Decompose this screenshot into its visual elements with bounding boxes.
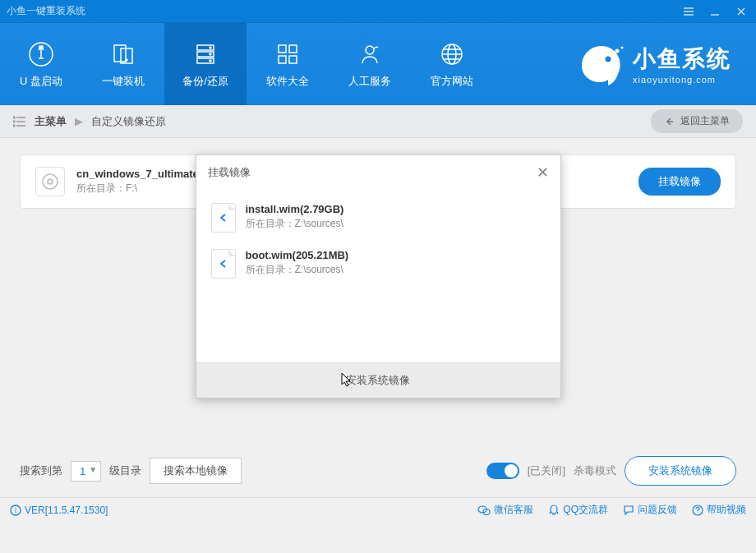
logo-main-text: 小鱼系统: [633, 44, 731, 75]
back-arrow-icon: [664, 116, 675, 127]
info-icon: i: [10, 505, 21, 516]
wim-file-icon: [211, 249, 236, 279]
svg-point-7: [210, 47, 211, 48]
wim-title: install.wim(2.79GB): [246, 203, 344, 215]
nav-usb-boot[interactable]: U 盘启动: [0, 23, 82, 105]
breadcrumb-current: 自定义镜像还原: [91, 114, 166, 129]
svg-point-20: [13, 117, 15, 118]
svg-text:i: i: [15, 506, 16, 514]
svg-point-3: [126, 59, 127, 61]
wim-file-icon: [211, 203, 236, 233]
close-icon[interactable]: [733, 3, 749, 20]
nav-label: 人工服务: [348, 74, 391, 89]
modal-close-button[interactable]: ✕: [537, 164, 549, 182]
back-label: 返回主菜单: [680, 114, 730, 128]
svg-point-8: [210, 53, 211, 55]
modal-overlay: 挂载镜像 ✕ install.wim(2.79GB) 所在目录：Z:\sourc…: [0, 138, 756, 497]
nav-one-click[interactable]: 一键装机: [82, 23, 164, 105]
list-icon: [13, 116, 26, 127]
header-nav: U 盘启动 一键装机 备份/还原 软件大全 人工服务 官方网站 小鱼系统 xia…: [0, 23, 756, 105]
svg-rect-10: [279, 45, 286, 53]
wim-path: 所在目录：Z:\sources\: [246, 263, 349, 277]
wim-item-install[interactable]: install.wim(2.79GB) 所在目录：Z:\sources\: [208, 195, 549, 241]
nav-label: U 盘启动: [20, 74, 62, 89]
svg-point-19: [621, 47, 624, 49]
chat-icon: [623, 505, 634, 516]
breadcrumb-root[interactable]: 主菜单: [35, 114, 67, 129]
logo-sub-text: xiaoyuxitong.com: [633, 75, 731, 85]
nav-software[interactable]: 软件大全: [247, 23, 329, 105]
breadcrumb: 主菜单 ▶ 自定义镜像还原 返回主菜单: [0, 105, 756, 138]
logo: 小鱼系统 xiaoyuxitong.com: [577, 23, 756, 105]
wechat-icon: [477, 505, 491, 516]
menu-icon[interactable]: [680, 3, 697, 20]
wim-item-boot[interactable]: boot.wim(205.21MB) 所在目录：Z:\sources\: [208, 241, 549, 287]
svg-point-17: [606, 57, 611, 62]
wim-title: boot.wim(205.21MB): [246, 249, 349, 261]
chevron-right-icon: ▶: [75, 115, 83, 127]
install-icon: [108, 39, 138, 69]
footer: i VER[11.5.47.1530] 微信客服 QQ交流群 问题反馈 帮助视频: [0, 497, 756, 522]
qq-icon: [548, 505, 560, 516]
window-controls: [680, 3, 749, 20]
wim-path: 所在目录：Z:\sources\: [246, 217, 344, 231]
backup-icon: [191, 39, 220, 69]
apps-icon: [273, 39, 302, 69]
modal-body: install.wim(2.79GB) 所在目录：Z:\sources\ boo…: [196, 190, 560, 362]
modal-install-button[interactable]: 安装系统镜像: [196, 362, 560, 398]
minimize-icon[interactable]: [707, 3, 723, 20]
mount-image-modal: 挂载镜像 ✕ install.wim(2.79GB) 所在目录：Z:\sourc…: [196, 154, 561, 399]
svg-rect-1: [114, 45, 126, 62]
titlebar: 小鱼一键重装系统: [0, 0, 756, 23]
app-title: 小鱼一键重装系统: [7, 4, 85, 18]
nav-backup-restore[interactable]: 备份/还原: [164, 23, 247, 105]
nav-label: 一键装机: [102, 74, 145, 89]
usb-icon: [26, 39, 56, 69]
nav-label: 软件大全: [266, 74, 309, 89]
svg-point-22: [13, 125, 15, 127]
svg-rect-11: [289, 45, 297, 53]
help-icon: [692, 505, 703, 516]
version-info[interactable]: i VER[11.5.47.1530]: [10, 505, 108, 516]
svg-rect-12: [279, 56, 286, 63]
cursor-icon: [340, 371, 353, 388]
support-icon: [355, 39, 385, 69]
svg-point-18: [615, 49, 620, 53]
nav-label: 官方网站: [431, 74, 473, 89]
svg-point-9: [210, 60, 211, 62]
modal-title: 挂载镜像: [208, 165, 251, 180]
help-video-link[interactable]: 帮助视频: [692, 503, 746, 517]
svg-rect-13: [289, 56, 297, 63]
globe-icon: [437, 39, 467, 69]
qq-group-link[interactable]: QQ交流群: [548, 503, 608, 517]
wechat-support-link[interactable]: 微信客服: [477, 503, 533, 517]
svg-point-29: [551, 505, 557, 514]
nav-support[interactable]: 人工服务: [329, 23, 411, 105]
nav-website[interactable]: 官方网站: [411, 23, 493, 105]
feedback-link[interactable]: 问题反馈: [623, 503, 677, 517]
nav-label: 备份/还原: [182, 74, 228, 89]
back-main-button[interactable]: 返回主菜单: [651, 109, 743, 133]
fish-icon: [577, 39, 626, 89]
modal-header: 挂载镜像 ✕: [196, 155, 560, 190]
svg-point-14: [366, 46, 374, 54]
svg-point-21: [13, 121, 15, 122]
